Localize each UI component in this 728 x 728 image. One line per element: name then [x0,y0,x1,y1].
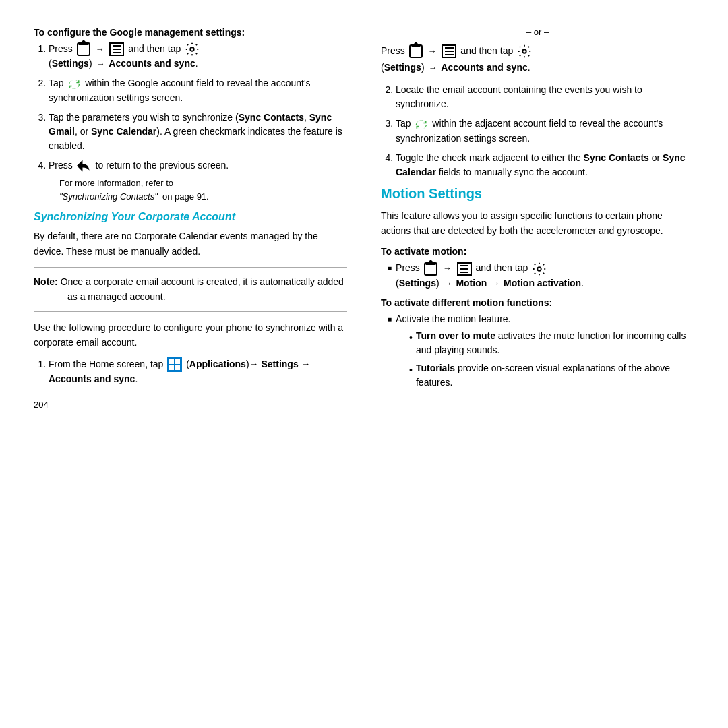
activate-heading: To activate motion: [381,246,694,257]
sub-list: Turn over to mute activates the mute fun… [396,329,694,390]
for-more-text: For more information, refer to "Synchron… [59,177,347,205]
page: To configure the Google management setti… [0,0,728,728]
corp-steps-list: From the Home screen, tap (Applications)… [34,357,347,386]
sync-icon-2 [415,118,428,131]
or-line: – or – [381,27,694,37]
svg-point-1 [522,50,526,54]
home-icon-3 [424,262,437,276]
turn-over-item: Turn over to mute activates the mute fun… [409,329,694,357]
home-icon-2 [409,44,423,58]
use-following-text: Use the following procedure to configure… [34,320,347,351]
corp-step-1: From the Home screen, tap (Applications)… [49,357,347,386]
note-box: Note: Once a corporate email account is … [34,267,347,312]
svg-point-2 [537,267,541,271]
google-steps-list: Press → and then tap (Settings) → Accoun… [34,42,347,204]
motion-heading: Motion Settings [381,186,694,202]
menu-icon-2 [442,44,456,58]
right-column: – or – Press → and then tap (Settings) →… [374,27,694,701]
corp-intro: By default, there are no Corporate Calen… [34,229,347,259]
tutorials-item: Tutorials provide on-screen visual expla… [409,361,694,390]
back-icon [77,160,92,172]
google-step-4: Press to return to the previous screen. … [49,158,347,205]
or-text: Press → and then tap (Settings) → Accoun… [381,42,694,76]
activate-list: Press → and then tap (Settings) → Motion… [381,261,694,290]
menu-icon [109,42,124,56]
different-list: Activate the motion feature. Turn over t… [381,312,694,394]
right-step-4: Toggle the check mark adjacent to either… [396,151,694,179]
google-step-2: Tap within the Google account field to r… [49,76,347,104]
gear-icon-3 [532,262,547,276]
svg-point-0 [190,48,194,52]
gear-icon-2 [517,44,532,59]
configure-heading: To configure the Google management setti… [34,27,347,38]
home-icon [77,42,90,56]
corp-heading: Synchronizing Your Corporate Account [34,211,347,223]
note-text: Note: Once a corporate email account is … [34,274,347,305]
left-column: To configure the Google management setti… [34,27,354,701]
arrow-icon: → [96,42,104,56]
google-step-3: Tap the parameters you wish to synchroni… [49,111,347,153]
right-step-3: Tap within the adjacent account field to… [396,117,694,145]
different-step-1: Activate the motion feature. Turn over t… [388,312,694,394]
different-heading: To activate different motion functions: [381,297,694,308]
menu-icon-3 [457,262,472,276]
right-step-2: Locate the email account containing the … [396,83,694,111]
google-step-1: Press → and then tap (Settings) → Accoun… [49,42,347,71]
gear-icon [185,42,200,57]
apps-icon [167,357,182,372]
motion-intro: This feature allows you to assign specif… [381,208,694,239]
right-steps-list: Locate the email account containing the … [381,83,694,179]
activate-step: Press → and then tap (Settings) → Motion… [388,261,694,290]
sync-icon-1 [67,78,81,91]
page-number: 204 [34,400,347,410]
